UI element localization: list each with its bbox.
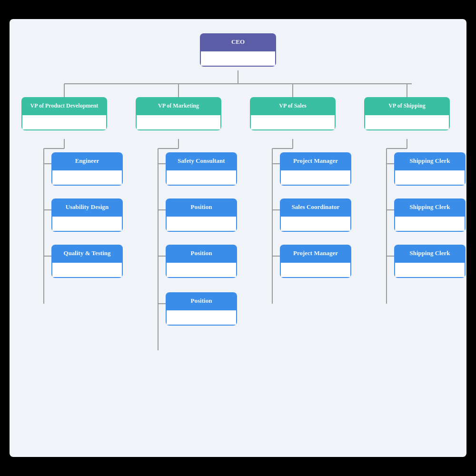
vp-product-label: VP of Product Development (21, 97, 107, 114)
shipping1-body (394, 169, 466, 186)
vp-marketing-node[interactable]: VP of Marketing (136, 97, 221, 130)
child-shipping-2[interactable]: Shipping Clerk (394, 198, 466, 232)
child-shipping-3[interactable]: Shipping Clerk (394, 245, 466, 278)
vp-product-body (21, 114, 107, 130)
chart-container: CEO VP of Product Development Engineer U… (10, 19, 466, 457)
usability-body (51, 216, 123, 232)
connector-lines (10, 19, 466, 457)
ceo-label: CEO (200, 33, 276, 50)
vp-sales-body (250, 114, 336, 130)
position1-body (166, 216, 237, 232)
vp-sales-node[interactable]: VP of Sales (250, 97, 336, 130)
vp-shipping-body (364, 114, 450, 130)
quality-label: Quality & Testing (51, 245, 123, 262)
shipping2-body (394, 216, 466, 232)
child-project-mgr-1[interactable]: Project Manager (280, 152, 351, 186)
project-mgr2-body (280, 262, 351, 278)
project-mgr1-body (280, 169, 351, 186)
vp-sales-label: VP of Sales (250, 97, 336, 114)
quality-body (51, 262, 123, 278)
vp-shipping-label: VP of Shipping (364, 97, 450, 114)
shipping3-body (394, 262, 466, 278)
sales-coord-body (280, 216, 351, 232)
child-sales-coord[interactable]: Sales Coordinator (280, 198, 351, 232)
position3-label: Position (166, 292, 237, 309)
child-project-mgr-2[interactable]: Project Manager (280, 245, 351, 278)
ceo-body (200, 50, 276, 67)
position2-label: Position (166, 245, 237, 262)
child-safety[interactable]: Safety Consultant (166, 152, 237, 186)
engineer-label: Engineer (51, 152, 123, 169)
ceo-node[interactable]: CEO (200, 33, 276, 67)
child-position-1[interactable]: Position (166, 198, 237, 232)
shipping2-label: Shipping Clerk (394, 198, 466, 216)
child-shipping-1[interactable]: Shipping Clerk (394, 152, 466, 186)
shipping1-label: Shipping Clerk (394, 152, 466, 169)
engineer-body (51, 169, 123, 186)
position1-label: Position (166, 198, 237, 216)
safety-body (166, 169, 237, 186)
vp-product-node[interactable]: VP of Product Development (21, 97, 107, 130)
position3-body (166, 309, 237, 326)
position2-body (166, 262, 237, 278)
child-usability[interactable]: Usability Design (51, 198, 123, 232)
vp-marketing-body (136, 114, 221, 130)
shipping3-label: Shipping Clerk (394, 245, 466, 262)
sales-coord-label: Sales Coordinator (280, 198, 351, 216)
usability-label: Usability Design (51, 198, 123, 216)
project-mgr1-label: Project Manager (280, 152, 351, 169)
child-engineer[interactable]: Engineer (51, 152, 123, 186)
vp-shipping-node[interactable]: VP of Shipping (364, 97, 450, 130)
safety-label: Safety Consultant (166, 152, 237, 169)
vp-marketing-label: VP of Marketing (136, 97, 221, 114)
child-quality[interactable]: Quality & Testing (51, 245, 123, 278)
child-position-3[interactable]: Position (166, 292, 237, 326)
child-position-2[interactable]: Position (166, 245, 237, 278)
project-mgr2-label: Project Manager (280, 245, 351, 262)
